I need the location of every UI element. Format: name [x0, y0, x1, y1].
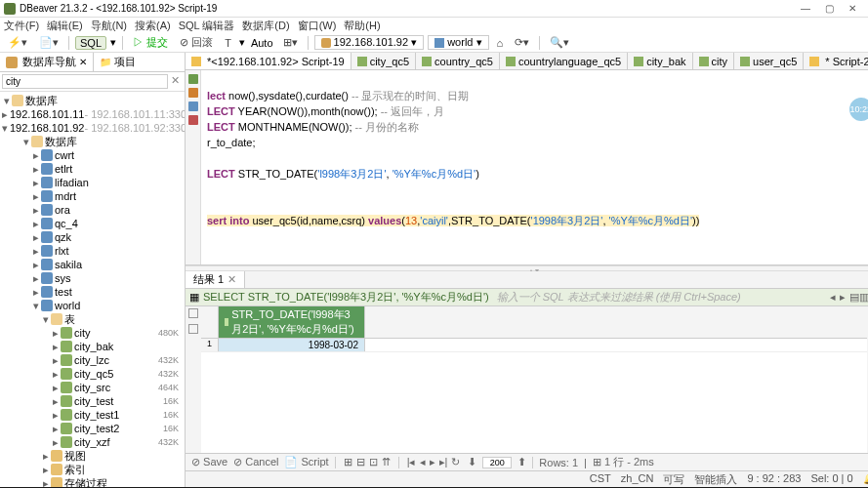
menu-navigate[interactable]: 导航(N) [91, 19, 127, 33]
new-sql-button[interactable]: 📄▾ [35, 35, 62, 50]
menu-database[interactable]: 数据库(D) [242, 19, 289, 33]
page-size-input[interactable] [482, 457, 512, 468]
tree-item[interactable]: ▾数据库 [0, 94, 185, 107]
editor-tab[interactable]: *<192.168.101.92> Script-19 [186, 53, 351, 69]
menu-sqleditor[interactable]: SQL 编辑器 [179, 19, 235, 33]
tree-item[interactable]: ▸city_test216K [0, 422, 185, 435]
tx-button[interactable]: T [221, 36, 235, 50]
editor-toolbar [186, 70, 201, 264]
tree-item[interactable]: ▸city_test116K [0, 408, 185, 422]
cancel-button[interactable]: ⊘ Cancel [233, 456, 278, 468]
status-bell-icon[interactable]: 🔔 [863, 472, 868, 487]
tree-item[interactable]: ▸索引 [0, 463, 185, 476]
menu-search[interactable]: 搜索(A) [135, 19, 171, 33]
tree-item[interactable]: ▸sys [0, 271, 185, 285]
table-row[interactable]: 1 1998-03-02 [201, 339, 867, 352]
save-button[interactable]: ⊘ Save [191, 456, 227, 468]
editor-tab[interactable]: * Script-22 [804, 53, 868, 69]
result-tab[interactable]: 结果 1✕ [186, 271, 245, 288]
tree-filter-input[interactable] [2, 74, 168, 89]
rollback-button[interactable]: ⊘ 回滚 [176, 34, 217, 51]
menu-file[interactable]: 文件(F) [4, 19, 39, 33]
column-header[interactable]: STR_TO_DATE('l998年3月2日', '%Y年%c月%d日') [219, 306, 365, 338]
result-query-bar: ▦ SELECT STR_TO_DATE('l998年3月2日', '%Y年%c… [186, 289, 868, 306]
status-locale: zh_CN [621, 472, 654, 487]
app-icon [4, 3, 16, 15]
tree-item[interactable]: ▸city480K [0, 326, 185, 340]
next-icon[interactable]: ▸ [840, 291, 846, 304]
menu-window[interactable]: 窗口(W) [298, 19, 337, 33]
autocommit-toggle[interactable]: Auto [249, 37, 275, 49]
tab-db-navigator[interactable]: 数据库导航 ✕ [0, 53, 94, 71]
editor-tab[interactable]: country_qc5 [416, 53, 500, 69]
tree-item[interactable]: ▸sakila [0, 258, 185, 271]
tx-log-button[interactable]: ⊞▾ [279, 35, 302, 50]
database-selector[interactable]: world ▾ [428, 35, 488, 50]
menu-edit[interactable]: 编辑(E) [47, 19, 83, 33]
row-nav[interactable]: ⊞⊟⊡⇈ [342, 456, 393, 468]
tree-item[interactable]: ▸ora [0, 203, 185, 217]
home-button[interactable]: ⌂ [493, 36, 508, 50]
cell-value[interactable]: 1998-03-02 [219, 339, 365, 351]
sql-editor[interactable]: lect now(),sysdate(),curdate() -- 显示现在的时… [201, 70, 868, 264]
tree-item[interactable]: ▾192.168.101.92 - 192.168.101.92:3306 [0, 121, 185, 135]
exec-icon[interactable] [188, 74, 198, 84]
db-tree[interactable]: ▾数据库▸192.168.101.11 - 192.168.101.11:330… [0, 92, 185, 487]
new-connection-button[interactable]: ⚡▾ [4, 35, 31, 50]
tree-item[interactable]: ▸test [0, 285, 185, 299]
tree-item[interactable]: ▾表 [0, 312, 185, 326]
editor-tab[interactable]: user_qc5 [734, 53, 804, 69]
close-button[interactable]: ✕ [841, 3, 864, 14]
status-enc: 可写 [663, 472, 684, 487]
tree-item[interactable]: ▸city_src464K [0, 381, 185, 394]
panels-icon[interactable]: ▤▥◧ [849, 291, 868, 304]
filter-clear-icon[interactable]: ✕ [168, 74, 183, 89]
tree-item[interactable]: ▾数据库 [0, 135, 185, 148]
minimize-button[interactable]: — [794, 3, 817, 14]
grid-icon[interactable]: ▦ [189, 291, 203, 304]
refresh-button[interactable]: ⟳▾ [511, 35, 533, 50]
tree-item[interactable]: ▸city_lzc432K [0, 353, 185, 367]
prev-icon[interactable]: ◂ [830, 291, 836, 304]
tree-item[interactable]: ▸city_test16K [0, 394, 185, 408]
search-button[interactable]: 🔍▾ [546, 35, 573, 50]
tree-item[interactable]: ▸qc_4 [0, 217, 185, 230]
statusbar: CST zh_CN 可写 智能插入 9 : 92 : 283 Sel: 0 | … [186, 470, 868, 487]
tab-projects[interactable]: 📁 项目 [94, 53, 142, 71]
commit-button[interactable]: ▷ 提交 [129, 34, 172, 51]
menu-help[interactable]: 帮助(H) [344, 19, 380, 33]
close-icon[interactable]: ✕ [227, 273, 236, 285]
page-nav[interactable]: |◂◂▸▸|↻ [405, 456, 463, 468]
tree-item[interactable]: ▸city_bak [0, 340, 185, 353]
editor-tab[interactable]: city_qc5 [351, 53, 416, 69]
tree-item[interactable]: ▸qzk [0, 230, 185, 244]
connection-selector[interactable]: 192.168.101.92 ▾ [314, 35, 425, 50]
maximize-button[interactable]: ▢ [817, 3, 841, 14]
tree-item[interactable]: ▸city_xzf432K [0, 435, 185, 449]
text-mode-icon[interactable] [188, 324, 198, 334]
explain-icon[interactable] [188, 102, 198, 111]
exec-script-icon[interactable] [188, 88, 198, 98]
filter-hint[interactable]: 输入一个 SQL 表达式来过滤结果 (使用 Ctrl+Space) [497, 290, 741, 305]
tree-item[interactable]: ▸视图 [0, 449, 185, 463]
tree-item[interactable]: ▸存储过程 [0, 476, 185, 487]
tree-item[interactable]: ▾world [0, 299, 185, 312]
editor-tab[interactable]: city_bak [628, 53, 692, 69]
stop-icon[interactable] [188, 115, 198, 125]
tree-item[interactable]: ▸mdrt [0, 189, 185, 203]
result-grid[interactable]: STR_TO_DATE('l998年3月2日', '%Y年%c月%d日') 1 … [201, 306, 867, 453]
script-button[interactable]: 📄 Script [284, 456, 328, 468]
editor-tab[interactable]: city [693, 53, 735, 69]
tree-item[interactable]: ▸etlrt [0, 162, 185, 176]
fetch-icon[interactable]: ⬇ [468, 456, 476, 468]
tree-item[interactable]: ▸192.168.101.11 - 192.168.101.11:3306 [0, 107, 185, 121]
editor-tab[interactable]: countrylanguage_qc5 [500, 53, 628, 69]
sql-button[interactable]: SQL [75, 36, 106, 50]
status-pos: 9 : 92 : 283 [747, 472, 801, 487]
tree-item[interactable]: ▸rlxt [0, 244, 185, 258]
tree-item[interactable]: ▸lifadian [0, 176, 185, 189]
grid-mode-icon[interactable] [188, 308, 198, 318]
tree-item[interactable]: ▸city_qc5432K [0, 367, 185, 381]
tree-item[interactable]: ▸cwrt [0, 148, 185, 162]
export-icon[interactable]: ⬆ [517, 456, 526, 468]
